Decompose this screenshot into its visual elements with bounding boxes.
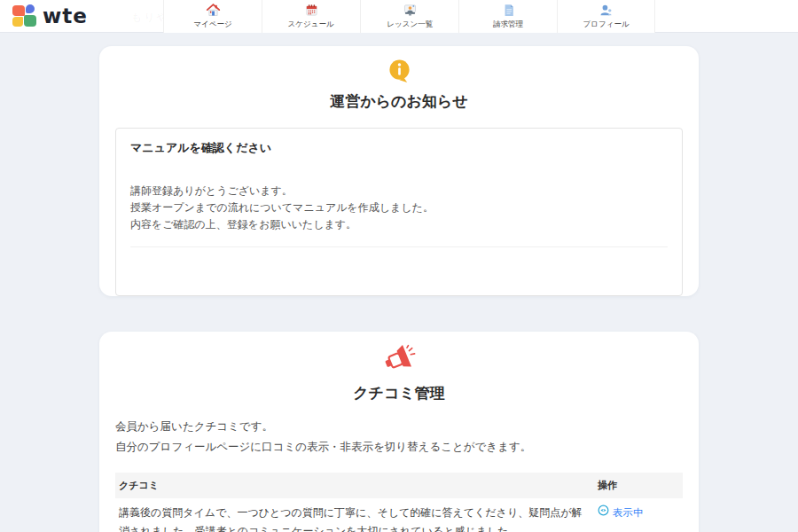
notice-divider	[130, 246, 668, 247]
nav-item-mypage[interactable]: マイページ	[163, 0, 262, 33]
reviews-title: クチコミ管理	[99, 383, 699, 403]
brand-logo[interactable]: wte	[0, 4, 88, 28]
profile-icon	[598, 3, 614, 18]
column-header-action: 操作	[594, 473, 683, 498]
nav-label: マイページ	[193, 19, 232, 29]
table-header-row: クチコミ 操作	[115, 473, 683, 498]
lesson-icon	[403, 3, 418, 18]
nav-item-lessons[interactable]: レッスン一覧	[360, 0, 458, 33]
notice-line: 講師登録ありがとうございます。	[130, 183, 668, 200]
announcements-card: 運営からのお知らせ マニュアルを確認ください 講師登録ありがとうございます。 授…	[99, 46, 699, 296]
nav-item-billing[interactable]: 請求管理	[458, 0, 557, 33]
status-label: 表示中	[613, 504, 644, 522]
visibility-toggle-button[interactable]: 表示中	[598, 504, 644, 522]
desc-line: 自分のプロフィールページに口コミの表示・非表示を切り替えることができます。	[115, 436, 683, 457]
main-nav: マイページ スケジュール	[163, 0, 655, 33]
home-icon	[206, 3, 221, 18]
logo-mark-icon	[12, 4, 36, 28]
desc-line: 会員から届いたクチコミです。	[115, 416, 683, 436]
notice-line: 授業オープンまでの流れについてマニュアルを作成しました。	[130, 200, 668, 216]
reviews-table: クチコミ 操作 講義後の質問タイムで、一つひとつの質問に丁寧に、そして的確に答え…	[115, 473, 683, 532]
megaphone-icon	[99, 332, 699, 376]
page-content: 運営からのお知らせ マニュアルを確認ください 講師登録ありがとうございます。 授…	[0, 33, 798, 532]
calendar-icon	[304, 3, 319, 18]
nav-label: レッスン一覧	[387, 19, 433, 29]
nav-item-profile[interactable]: プロフィール	[557, 0, 655, 33]
eye-icon	[598, 504, 609, 522]
notice-line: 内容をご確認の上、登録をお願いいたします。	[130, 216, 668, 233]
nav-item-schedule[interactable]: スケジュール	[262, 0, 360, 33]
announcements-title: 運営からのお知らせ	[99, 91, 699, 112]
review-text: 講義後の質問タイムで、一つひとつの質問に丁寧に、そして的確に答えてくださり、疑問…	[115, 498, 594, 532]
invoice-icon	[501, 3, 516, 18]
column-header-review: クチコミ	[115, 473, 594, 498]
nav-label: スケジュール	[288, 19, 334, 29]
reviews-description: 会員から届いたクチコミです。 自分のプロフィールページに口コミの表示・非表示を切…	[115, 416, 683, 457]
notice-box: マニュアルを確認ください 講師登録ありがとうございます。 授業オープンまでの流れ…	[115, 128, 683, 296]
reviews-card: クチコミ管理 会員から届いたクチコミです。 自分のプロフィールページに口コミの表…	[99, 332, 699, 532]
top-navigation-bar: wte もりや マイページ	[0, 0, 798, 33]
nav-label: 請求管理	[493, 19, 523, 29]
nav-label: プロフィール	[583, 19, 629, 29]
logo-text: wte	[43, 4, 88, 27]
notice-title: マニュアルを確認ください	[130, 140, 668, 156]
notice-body: 講師登録ありがとうございます。 授業オープンまでの流れについてマニュアルを作成し…	[130, 183, 668, 233]
table-row: 講義後の質問タイムで、一つひとつの質問に丁寧に、そして的確に答えてくださり、疑問…	[115, 498, 683, 532]
info-bubble-icon	[99, 46, 699, 84]
